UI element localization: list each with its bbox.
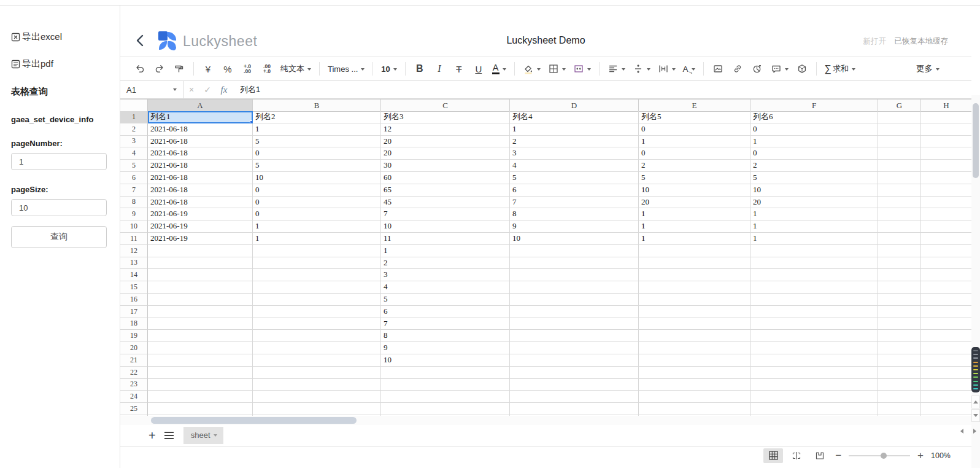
col-header-C[interactable]: C [381, 99, 510, 112]
add-sheet-button[interactable]: + [149, 429, 156, 442]
insert-chart-button[interactable] [749, 61, 766, 77]
zoom-slider[interactable] [849, 455, 910, 456]
horizontal-scrollbar-thumb[interactable] [151, 417, 357, 424]
cell-H3[interactable] [921, 136, 972, 148]
cell-G2[interactable] [878, 123, 921, 136]
cell-A10[interactable]: 2021-06-19 [148, 220, 253, 233]
cell-G16[interactable] [878, 294, 921, 306]
row-header-6[interactable]: 6 [120, 172, 148, 184]
cell-A21[interactable] [148, 354, 253, 367]
cell-G10[interactable] [878, 220, 921, 233]
row-header-23[interactable]: 23 [120, 379, 148, 391]
cell-D20[interactable] [510, 342, 639, 354]
page-number-input[interactable] [11, 153, 107, 170]
cell-A4[interactable]: 2021-06-18 [148, 147, 253, 160]
cell-E13[interactable] [639, 257, 750, 270]
scroll-up-button[interactable] [971, 396, 980, 408]
cell-D17[interactable] [510, 306, 639, 318]
cell-D15[interactable] [510, 281, 639, 294]
cell-D9[interactable]: 8 [510, 208, 639, 220]
cell-C7[interactable]: 65 [381, 184, 510, 197]
cell-F20[interactable] [750, 342, 878, 354]
zoom-out-button[interactable]: − [831, 450, 845, 462]
row-header-14[interactable]: 14 [120, 269, 148, 281]
cell-B3[interactable]: 5 [253, 136, 381, 148]
font-color-dropdown[interactable]: A [490, 61, 509, 77]
cell-G23[interactable] [878, 379, 921, 391]
cell-E25[interactable] [639, 403, 750, 415]
cell-C5[interactable]: 30 [381, 160, 510, 172]
cell-A14[interactable] [148, 269, 253, 281]
cell-B21[interactable] [253, 354, 381, 367]
cell-F23[interactable] [750, 379, 878, 391]
cell-H23[interactable] [921, 379, 972, 391]
row-header-13[interactable]: 13 [120, 257, 148, 270]
cell-F2[interactable]: 0 [750, 123, 878, 136]
cell-F17[interactable] [750, 306, 878, 318]
cell-A5[interactable]: 2021-06-18 [148, 160, 253, 172]
cell-G18[interactable] [878, 318, 921, 330]
cell-B11[interactable]: 1 [253, 233, 381, 245]
cell-G12[interactable] [878, 245, 921, 257]
cell-D18[interactable] [510, 318, 639, 330]
cell-G1[interactable] [878, 111, 921, 123]
cell-H17[interactable] [921, 306, 972, 318]
export-excel-button[interactable]: 导出excel [11, 31, 120, 43]
cell-C18[interactable]: 7 [381, 318, 510, 330]
cell-A7[interactable]: 2021-06-18 [148, 184, 253, 197]
cell-G9[interactable] [878, 208, 921, 220]
col-header-A[interactable]: A [148, 99, 253, 112]
back-button[interactable] [134, 33, 147, 48]
cell-E3[interactable]: 1 [639, 136, 750, 148]
cell-B8[interactable]: 0 [253, 197, 381, 209]
insert-link-button[interactable] [729, 61, 746, 77]
cell-D24[interactable] [510, 391, 639, 403]
comment-dropdown[interactable] [768, 61, 791, 77]
cell-C20[interactable]: 9 [381, 342, 510, 354]
cell-A20[interactable] [148, 342, 253, 354]
cell-H21[interactable] [921, 354, 972, 367]
cell-C16[interactable]: 5 [381, 294, 510, 306]
cell-D2[interactable]: 1 [510, 123, 639, 136]
sheet-tab[interactable]: sheet [183, 427, 223, 444]
cell-A12[interactable] [148, 245, 253, 257]
cell-F16[interactable] [750, 294, 878, 306]
cell-D8[interactable]: 7 [510, 197, 639, 209]
page-size-input[interactable] [11, 199, 107, 216]
cell-H4[interactable] [921, 147, 972, 160]
formula-input[interactable]: 列名1 [240, 84, 260, 95]
cell-D12[interactable] [510, 245, 639, 257]
cell-D6[interactable]: 5 [510, 172, 639, 184]
cell-G6[interactable] [878, 172, 921, 184]
cell-E9[interactable]: 1 [639, 208, 750, 220]
cell-A1[interactable]: 列名1 [148, 111, 253, 123]
cell-A16[interactable] [148, 294, 253, 306]
cell-D13[interactable] [510, 257, 639, 270]
cell-F13[interactable] [750, 257, 878, 270]
cell-E5[interactable]: 2 [639, 160, 750, 172]
bold-button[interactable]: B [411, 61, 428, 77]
cell-G7[interactable] [878, 184, 921, 197]
undo-button[interactable] [131, 61, 149, 77]
scroll-left-button[interactable] [958, 427, 965, 435]
cell-C10[interactable]: 10 [381, 220, 510, 233]
row-header-4[interactable]: 4 [120, 147, 148, 160]
redo-button[interactable] [151, 61, 168, 77]
cell-G24[interactable] [878, 391, 921, 403]
cell-E8[interactable]: 20 [639, 197, 750, 209]
cell-D11[interactable]: 10 [510, 233, 639, 245]
cell-B10[interactable]: 1 [253, 220, 381, 233]
cell-G8[interactable] [878, 197, 921, 209]
cell-B14[interactable] [253, 269, 381, 281]
currency-format-button[interactable]: ¥ [199, 61, 217, 77]
cell-C19[interactable]: 8 [381, 330, 510, 342]
page-break-view-button[interactable] [810, 448, 830, 463]
cell-D22[interactable] [510, 367, 639, 379]
cell-B17[interactable] [253, 306, 381, 318]
cell-F19[interactable] [750, 330, 878, 342]
cell-F10[interactable]: 1 [750, 220, 878, 233]
cell-B18[interactable] [253, 318, 381, 330]
increase-decimal-button[interactable]: .00+.0 [258, 61, 276, 77]
cell-D10[interactable]: 9 [510, 220, 639, 233]
cell-H9[interactable] [921, 208, 972, 220]
